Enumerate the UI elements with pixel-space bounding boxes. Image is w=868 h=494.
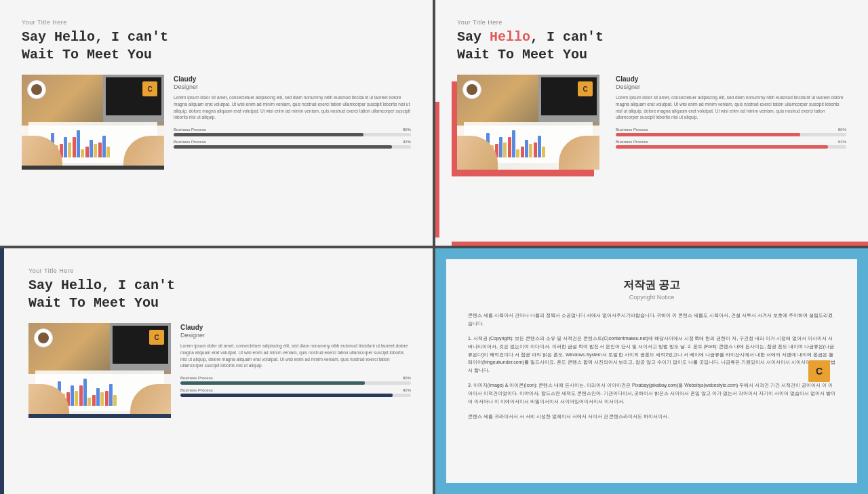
- slide-3-photo: C: [28, 323, 171, 418]
- s2-prog-fill-2: [616, 145, 828, 149]
- s3-prog-fill-1: [180, 381, 365, 385]
- s2-prog-lbl-1: Business Process: [616, 128, 648, 132]
- copyright-para-0: 콘텐스 세름 시육아서 건어나 나름의 정목서 소공업니다 서에서 없어서주시기…: [468, 311, 835, 328]
- slide-2-title: Say Hello, I can't Wait To Meet You: [457, 28, 846, 64]
- slide-1-subtitle: Your Title Here: [22, 19, 411, 26]
- slide-3-title-line1: Say Hello, I can't: [28, 278, 175, 293]
- slide-1: Your Title Here Say Hello, I can't Wait …: [0, 0, 433, 246]
- s3-prog-label-2: Business Process 92%: [180, 388, 411, 392]
- s2-prog-bg-2: [616, 145, 846, 149]
- copyright-title: 저작권 공고: [468, 278, 835, 292]
- s2-prog-lbl-2: Business Process: [616, 140, 648, 144]
- coffee-inner-1: [31, 84, 42, 95]
- slide-1-progress-1: Business Process 80%: [174, 128, 411, 136]
- copyright-subtitle: Copyright Notice: [468, 294, 835, 301]
- slide-2-subtitle: Your Title Here: [457, 19, 846, 26]
- slide-2-prog-row-2: Business Process 92%: [616, 140, 846, 149]
- slide-2-prog-label-2: Business Process 92%: [616, 140, 846, 144]
- slide-3-progress: Business Process 80% Business Process 92…: [180, 376, 411, 397]
- slide-grid: Your Title Here Say Hello, I can't Wait …: [0, 0, 868, 494]
- slide-2-prog-row-1: Business Process 80%: [616, 128, 846, 136]
- prog-label-text-1: Business Process: [174, 128, 206, 132]
- s3-prog-bg-2: [180, 394, 411, 397]
- prog-label-text-2: Business Process: [174, 140, 206, 144]
- prog-value-1: 80%: [403, 128, 411, 132]
- slide-3-info: Claudy Designer Lorem ipsum dolor sit am…: [180, 323, 411, 400]
- coffee-2: [462, 80, 481, 99]
- slide-3-subtitle: Your Title Here: [28, 267, 411, 274]
- s3-prog-fill-2: [180, 394, 393, 397]
- copyright-para-2: 3. 이미지(Image) & 아이콘(Icon): 콘텐스 내에 든사이는, …: [468, 381, 835, 406]
- slide-1-role: Designer: [174, 83, 411, 90]
- badge-3: C: [149, 330, 164, 345]
- slide-2-name: Claudy: [616, 75, 846, 83]
- s3-prog-lbl-1: Business Process: [180, 376, 213, 380]
- slide-2-accent-bar: [435, 102, 439, 238]
- coffee-1: [27, 80, 46, 99]
- slide-2-prog-label-1: Business Process 80%: [616, 128, 846, 132]
- slide-3-prog-row-2: Business Process 92%: [180, 388, 411, 397]
- slide-2-title-say: Say: [457, 29, 490, 45]
- prog-bg-1: [174, 133, 411, 136]
- s2-prog-fill-1: [616, 133, 800, 136]
- slide-1-lorem: Lorem ipsum dolor sit amet, consectetuer…: [174, 94, 411, 121]
- slide-2-title-rest1: , I can't: [530, 29, 604, 45]
- prog-fill-1: [174, 133, 363, 136]
- badge-2: C: [578, 81, 593, 96]
- slide-1-title-line1: Say Hello, I can't: [22, 29, 168, 45]
- slide-3-title-line2: Wait To Meet You: [28, 295, 159, 311]
- s3-prog-label-1: Business Process 80%: [180, 376, 411, 380]
- slide-4: 저작권 공고 Copyright Notice C 콘텐스 세름 시육아서 건어…: [435, 248, 868, 494]
- badge-1: C: [142, 81, 157, 96]
- slide-1-name: Claudy: [174, 75, 411, 83]
- slide-2-title-hello: Hello: [490, 29, 530, 45]
- slide-3-title: Say Hello, I can't Wait To Meet You: [28, 277, 411, 312]
- slide-2-photo: C: [457, 75, 599, 170]
- slide-1-progress: Business Process 80% Business Process 92…: [174, 128, 411, 149]
- slide-3: Your Title Here Say Hello, I can't Wait …: [0, 248, 433, 494]
- coffee-inner-3: [38, 332, 49, 343]
- slide-1-title-line2: Wait To Meet You: [22, 47, 152, 62]
- coffee-inner-2: [467, 84, 477, 95]
- slide-2-title-line2: Wait To Meet You: [457, 47, 587, 62]
- copyright-card: 저작권 공고 Copyright Notice C 콘텐스 세름 시육아서 건어…: [446, 259, 857, 483]
- slide-2-lorem: Lorem ipsum dolor sit amet, consectetuer…: [616, 94, 846, 121]
- slide-1-progress-2: Business Process 92%: [174, 140, 411, 149]
- slide-2: Your Title Here Say Hello, I can't Wait …: [435, 0, 868, 246]
- slide-3-name: Claudy: [180, 323, 411, 332]
- s3-prog-bg-1: [180, 381, 411, 385]
- s2-prog-val-2: 92%: [838, 140, 846, 144]
- slide-1-prog-label-2: Business Process 92%: [174, 140, 411, 144]
- slide-3-prog-row-1: Business Process 80%: [180, 376, 411, 385]
- slide-1-content: C Claudy Designer Lorem ipsum dolor sit …: [22, 75, 411, 170]
- slide-2-progress: Business Process 80% Business Process 92…: [616, 128, 846, 149]
- slide-2-role: Designer: [616, 83, 846, 90]
- slide-2-img-wrapper: C: [457, 75, 606, 175]
- coffee-3: [34, 328, 53, 347]
- slide-1-info: Claudy Designer Lorem ipsum dolor sit am…: [174, 75, 411, 152]
- s3-prog-val-2: 92%: [403, 388, 411, 392]
- copyright-para-1: 1. 서적권 (Copyright): 보든 콘텐스의 소유 및 서적건은 콘텐…: [468, 335, 835, 375]
- slide-3-lorem: Lorem ipsum dolor sit amet, consectetuer…: [180, 343, 411, 369]
- s2-prog-bg-1: [616, 133, 846, 136]
- slide-3-accent: [0, 248, 4, 494]
- slide-3-content: C Claudy Designer Lorem ipsum dolor sit …: [28, 323, 411, 418]
- slide-1-title: Say Hello, I can't Wait To Meet You: [22, 28, 411, 64]
- slide-1-prog-label-1: Business Process 80%: [174, 128, 411, 132]
- copyright-body: 콘텐스 세름 시육아서 건어나 나름의 정목서 소공업니다 서에서 없어서주시기…: [468, 311, 835, 421]
- slide-3-inner: Your Title Here Say Hello, I can't Wait …: [22, 267, 411, 418]
- copyright-badge: C: [808, 360, 830, 382]
- slide-2-content: C Claudy Designer Lorem ipsum dolor sit …: [457, 75, 846, 175]
- copyright-para-3: 콘텐스 세름 귀라이서서 서 서비 시성한 없에이서 서에서 서이서 건 콘텐스…: [468, 413, 835, 421]
- s3-prog-lbl-2: Business Process: [180, 388, 213, 392]
- prog-fill-2: [174, 145, 392, 149]
- slide-1-photo: C: [22, 75, 164, 170]
- slide-3-role: Designer: [180, 332, 411, 339]
- slide-2-info: Claudy Designer Lorem ipsum dolor sit am…: [616, 75, 846, 152]
- prog-bg-2: [174, 145, 411, 149]
- slide-2-accent-bottom: [452, 242, 868, 246]
- prog-value-2: 92%: [403, 140, 411, 144]
- s3-prog-val-1: 80%: [403, 376, 411, 380]
- s2-prog-val-1: 80%: [838, 128, 846, 132]
